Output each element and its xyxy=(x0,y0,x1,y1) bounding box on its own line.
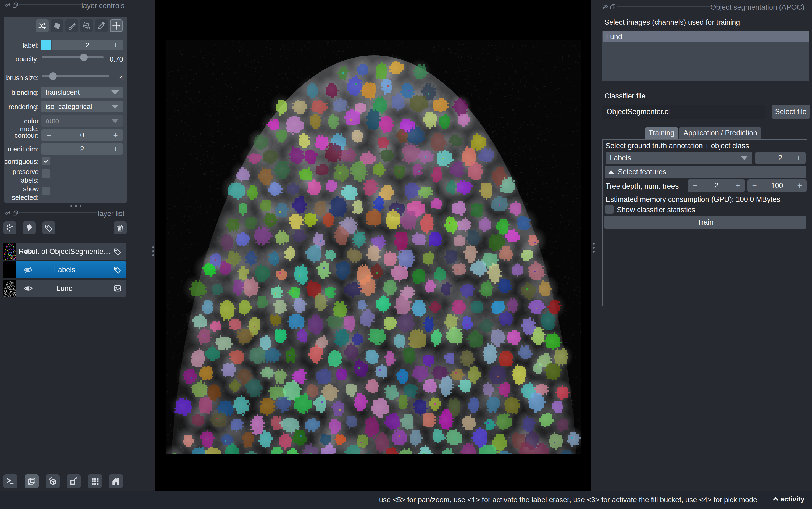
fill-bucket-icon xyxy=(82,21,91,30)
transpose-dimensions-button[interactable] xyxy=(67,474,81,488)
fill-bucket-button[interactable] xyxy=(80,20,93,32)
trash-icon xyxy=(116,224,124,232)
home-reset-view-button[interactable] xyxy=(109,474,123,488)
rendering-select[interactable]: iso_categorical xyxy=(41,101,123,112)
select-images-label: Select images (channels) used for traini… xyxy=(604,18,740,27)
train-button[interactable]: Train xyxy=(604,216,806,229)
dock-drag-handle[interactable] xyxy=(152,246,154,257)
opacity-value: 0.70 xyxy=(109,55,123,64)
label-color-swatch[interactable] xyxy=(41,39,51,50)
viewer-canvas[interactable] xyxy=(155,0,591,491)
roll-dimensions-button[interactable] xyxy=(46,474,60,488)
select-features-label: Select features xyxy=(618,168,666,176)
brush-size-row-label: brush size: xyxy=(4,74,39,82)
eraser-button[interactable] xyxy=(50,20,64,32)
num-trees-decrement-button[interactable]: − xyxy=(747,181,762,190)
dock-drag-handle[interactable] xyxy=(593,243,595,252)
new-points-layer-button[interactable] xyxy=(3,222,16,234)
chevron-up-icon xyxy=(608,170,614,174)
contour-decrement-button[interactable]: − xyxy=(41,131,56,140)
tree-depth-value[interactable]: 2 xyxy=(702,181,731,190)
tab-application-prediction[interactable]: Application / Prediction xyxy=(679,127,762,139)
training-images-list[interactable]: Lund xyxy=(602,31,809,81)
color-mode-value: auto xyxy=(41,117,111,125)
brush-size-slider-handle[interactable] xyxy=(49,72,57,80)
memory-consumption-text: Estimated memory consumption (GPU): 100.… xyxy=(605,195,780,204)
show-selected-row-label: show selected: xyxy=(4,184,39,202)
num-trees-increment-button[interactable]: + xyxy=(792,181,807,190)
color-mode-select[interactable]: auto xyxy=(41,115,123,127)
hide-panel-eye-icon[interactable] xyxy=(602,4,609,10)
ndisplay-toggle-button[interactable] xyxy=(25,474,39,488)
opacity-slider-handle[interactable] xyxy=(80,54,88,61)
pan-zoom-button[interactable] xyxy=(110,20,122,32)
color-mode-row-label: color mode: xyxy=(4,117,39,133)
select-file-button[interactable]: Select file xyxy=(772,105,810,118)
paintbrush-icon xyxy=(67,21,76,30)
delete-layer-button[interactable] xyxy=(114,222,126,234)
annotation-value: Labels xyxy=(605,154,740,162)
n-edit-dim-decrement-button[interactable]: − xyxy=(41,144,56,154)
preserve-labels-checkbox[interactable] xyxy=(42,169,50,178)
tree-depth-decrement-button[interactable]: − xyxy=(688,181,702,190)
layer-row-lund[interactable]: Lund xyxy=(3,280,126,297)
layer-row-result[interactable]: Result of ObjectSegmente… xyxy=(3,243,126,260)
classifier-file-label: Classifier file xyxy=(604,92,645,100)
object-class-decrement-button[interactable]: − xyxy=(755,154,769,163)
opacity-slider-track[interactable] xyxy=(42,56,104,58)
training-tab-content: Select ground truth annotation + object … xyxy=(602,139,807,306)
microscopy-image[interactable] xyxy=(167,40,581,454)
preserve-labels-row-label: preserve labels: xyxy=(4,167,39,184)
new-shapes-layer-button[interactable] xyxy=(23,222,36,234)
contiguous-checkbox[interactable] xyxy=(42,157,50,165)
n-edit-dim-increment-button[interactable]: + xyxy=(108,144,123,154)
status-message: use <5> for pan/zoom, use <1> for activa… xyxy=(379,496,757,504)
color-picker-button[interactable] xyxy=(95,20,108,32)
float-panel-icon[interactable] xyxy=(609,4,616,10)
console-button[interactable] xyxy=(3,474,17,488)
shuffle-colors-button[interactable] xyxy=(36,20,49,32)
paintbrush-button[interactable] xyxy=(65,20,78,32)
activity-label: activity xyxy=(780,495,805,503)
dock-resize-handle[interactable] xyxy=(70,205,81,207)
float-panel-icon[interactable] xyxy=(12,210,19,216)
n-edit-dim-value[interactable]: 2 xyxy=(56,145,108,153)
show-selected-checkbox[interactable] xyxy=(42,187,50,195)
list-item-lund[interactable]: Lund xyxy=(603,32,809,42)
show-classifier-statistics-checkbox[interactable] xyxy=(605,205,614,214)
contour-increment-button[interactable]: + xyxy=(108,131,123,140)
hide-panel-eye-icon[interactable] xyxy=(4,2,11,8)
activity-button[interactable]: activity xyxy=(772,495,805,503)
opacity-slider[interactable] xyxy=(42,53,104,61)
label-value[interactable]: 2 xyxy=(67,41,108,49)
tab-training[interactable]: Training xyxy=(645,127,678,139)
rendering-value: iso_categorical xyxy=(41,102,111,111)
contour-value[interactable]: 0 xyxy=(56,131,108,139)
new-labels-layer-button[interactable] xyxy=(42,222,56,234)
contour-spinbox: − 0 + xyxy=(41,129,123,141)
eraser-icon xyxy=(52,21,62,30)
object-class-value[interactable]: 2 xyxy=(769,154,791,162)
blending-select[interactable]: translucent xyxy=(41,87,123,98)
plugin-panel-title: Object segmentation (APOC) xyxy=(699,3,805,11)
image-icon xyxy=(113,284,121,293)
tree-depth-increment-button[interactable]: + xyxy=(731,181,745,190)
float-panel-icon[interactable] xyxy=(12,2,19,8)
classifier-file-input[interactable]: ObjectSegmenter.cl xyxy=(602,105,765,118)
label-decrement-button[interactable]: − xyxy=(52,40,67,49)
cube-3d-icon xyxy=(27,476,37,486)
object-class-increment-button[interactable]: + xyxy=(791,154,806,163)
grid-icon xyxy=(90,477,99,485)
annotation-select[interactable]: Labels xyxy=(605,152,752,164)
layer-name: Labels xyxy=(3,266,126,274)
select-features-expander[interactable]: Select features xyxy=(605,166,806,178)
grid-mode-button[interactable] xyxy=(88,474,102,488)
label-increment-button[interactable]: + xyxy=(108,40,123,49)
layer-row-labels[interactable]: Labels xyxy=(3,262,126,278)
num-trees-value[interactable]: 100 xyxy=(762,181,792,190)
hide-panel-eye-icon[interactable] xyxy=(4,210,11,216)
chevron-down-icon xyxy=(111,91,119,95)
pan-arrows-icon xyxy=(112,21,121,30)
label-spinbox: − 2 + xyxy=(52,39,123,50)
brush-size-slider[interactable] xyxy=(42,72,109,80)
